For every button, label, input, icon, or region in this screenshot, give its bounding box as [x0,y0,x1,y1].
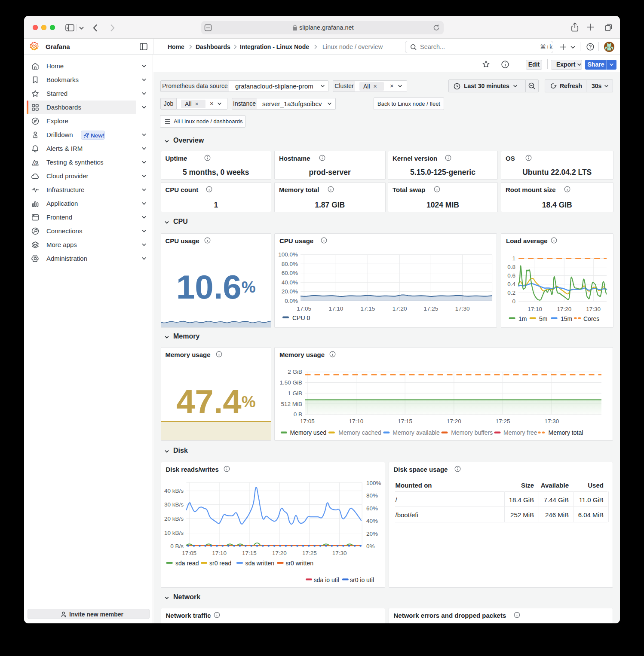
svg-text:17:20: 17:20 [393,305,407,312]
svg-text:100.0%: 100.0% [278,251,298,258]
svg-text:512 MiB: 512 MiB [281,401,302,407]
svg-text:Memory total: Memory total [548,429,583,436]
svg-text:20%: 20% [366,531,378,537]
svg-text:CPU 0: CPU 0 [292,314,310,321]
svg-text:1 GiB: 1 GiB [288,390,302,397]
svg-text:17:25: 17:25 [302,550,316,556]
svg-text:sr0 io util: sr0 io util [350,577,374,583]
svg-text:17:10: 17:10 [328,305,343,312]
svg-text:17:25: 17:25 [423,305,438,312]
svg-text:1: 1 [512,255,515,262]
svg-text:1.50 GiB: 1.50 GiB [280,379,302,386]
svg-text:5m: 5m [539,315,547,322]
svg-text:k6: k6 [34,163,37,165]
svg-text:60.0%: 60.0% [282,270,298,276]
svg-text:15m: 15m [561,315,572,322]
svg-text:10 kB/s: 10 kB/s [164,530,183,536]
svg-text:17:10: 17:10 [349,418,364,424]
svg-text:40.0%: 40.0% [282,279,298,286]
svg-text:17:15: 17:15 [242,550,257,556]
svg-text:0.6: 0.6 [507,272,515,279]
svg-text:17:05: 17:05 [297,305,311,312]
svg-text:sda read: sda read [175,560,199,567]
svg-text:17:05: 17:05 [182,550,196,556]
svg-text:0 B/s: 0 B/s [170,543,184,549]
svg-text:100%: 100% [366,480,381,486]
svg-text:sda io util: sda io util [313,577,339,583]
svg-text:40%: 40% [366,518,378,524]
svg-text:17:20: 17:20 [447,418,461,424]
svg-text:17:10: 17:10 [212,550,227,556]
svg-text:17:10: 17:10 [527,306,542,312]
svg-text:17:30: 17:30 [586,306,601,312]
svg-text:17:20: 17:20 [557,306,571,312]
svg-text:0 B: 0 B [294,411,302,418]
svg-text:0.4: 0.4 [507,281,515,287]
svg-text:Memory buffers: Memory buffers [451,429,493,436]
svg-text:17:20: 17:20 [272,550,287,556]
svg-text:sr0 read: sr0 read [209,560,231,567]
svg-text:0: 0 [512,298,515,305]
svg-text:1m: 1m [518,315,527,322]
svg-text:sr0 written: sr0 written [285,560,313,567]
svg-text:0.2: 0.2 [507,290,515,296]
svg-text:2 GiB: 2 GiB [288,369,302,375]
svg-text:17:30: 17:30 [455,305,470,312]
svg-text:17:15: 17:15 [398,418,412,424]
svg-text:20 kB/s: 20 kB/s [164,516,183,522]
svg-text:40 kB/s: 40 kB/s [164,488,183,494]
svg-text:Memory available: Memory available [393,429,440,436]
svg-text:Memory cached: Memory cached [338,429,381,436]
svg-text:17:30: 17:30 [332,550,347,556]
svg-text:Memory free: Memory free [503,429,537,436]
svg-text:60%: 60% [366,505,378,512]
svg-text:0.0%: 0.0% [285,298,298,304]
svg-text:80%: 80% [366,492,378,499]
svg-text:17:25: 17:25 [496,418,510,424]
svg-text:80.0%: 80.0% [282,261,298,267]
svg-text:17:30: 17:30 [544,418,559,424]
svg-text:17:15: 17:15 [360,305,375,312]
svg-text:17:05: 17:05 [300,418,315,424]
svg-text:Cores: Cores [583,315,599,322]
svg-text:20.0%: 20.0% [282,288,298,295]
svg-text:0%: 0% [366,543,375,549]
svg-text:sda written: sda written [245,560,274,567]
svg-text:Memory used: Memory used [290,429,326,436]
svg-text:0.8: 0.8 [507,264,515,270]
svg-text:30 kB/s: 30 kB/s [164,501,183,508]
